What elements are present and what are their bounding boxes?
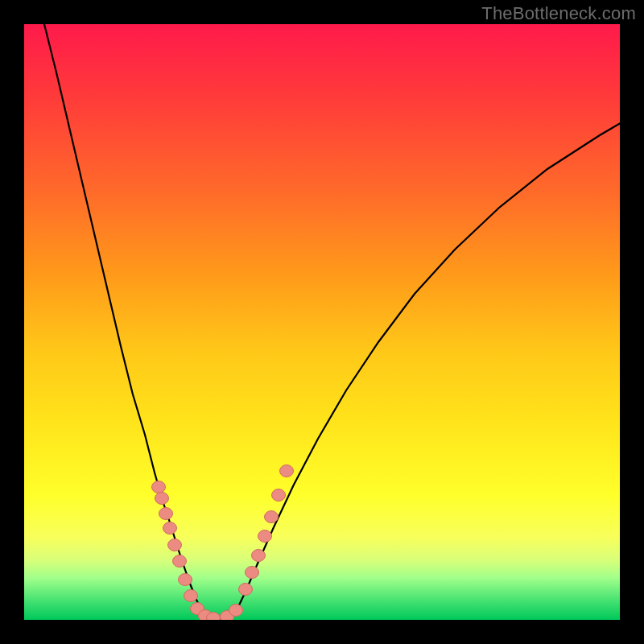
- bead-marker: [159, 508, 173, 520]
- chart-frame: TheBottleneck.com: [0, 0, 644, 644]
- bead-marker: [239, 584, 253, 596]
- bead-marker: [280, 465, 294, 477]
- bead-marker: [163, 522, 177, 535]
- gradient-plot-area: [24, 24, 620, 620]
- bead-marker: [152, 481, 166, 493]
- bead-marker: [246, 567, 259, 579]
- bead-marker: [272, 489, 286, 502]
- bead-marker: [265, 511, 279, 523]
- bead-marker: [229, 605, 243, 617]
- beads-group: [152, 465, 294, 621]
- bead-marker: [179, 574, 192, 586]
- bead-marker: [258, 530, 272, 543]
- bead-marker: [155, 493, 169, 505]
- bead-marker: [173, 555, 187, 568]
- bottleneck-curve: [40, 24, 620, 620]
- curve-svg: [24, 24, 620, 620]
- bead-marker: [168, 539, 182, 551]
- bead-marker: [252, 550, 266, 562]
- watermark-text: TheBottleneck.com: [481, 3, 636, 24]
- bead-marker: [184, 590, 198, 602]
